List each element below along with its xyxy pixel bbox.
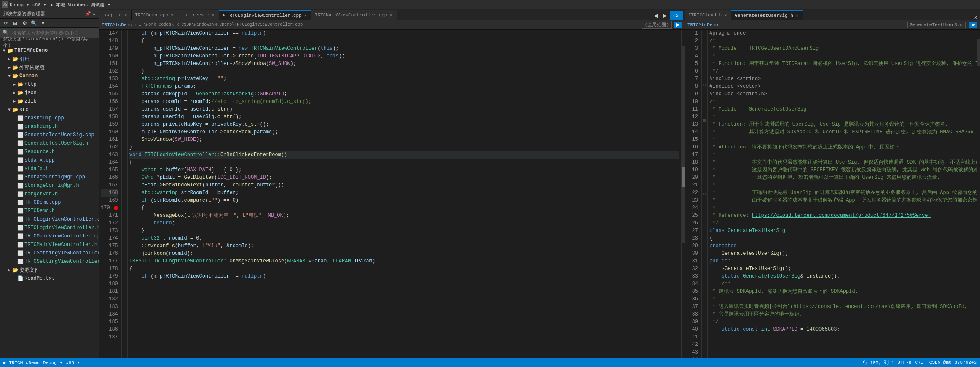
- tree-item-settingvc-h[interactable]: ⬜ TRTCSettingViewController.h: [0, 257, 99, 266]
- sidebar-close-icon[interactable]: ✕: [92, 11, 95, 16]
- sidebar-tree: ▼ 📁 TRTCMfcDemo ▶ 📂 引用 ▶ 📂 外部依赖项 ▼ 📂 Com…: [0, 46, 99, 358]
- right-scroll-thumb: [977, 39, 980, 65]
- tree-item-readme[interactable]: 📄 ReadMe.txt: [0, 274, 99, 283]
- tab-scroll-left[interactable]: ◀: [651, 11, 660, 20]
- code-line-156: params.sdkAppId = GenerateTestUserSig::S…: [129, 90, 679, 98]
- tree-item-loginvc-cpp[interactable]: ⬜ TRTCLoginViewController.cpp: [0, 215, 99, 224]
- tree-item-storagecfg-h[interactable]: ⬜ StorageConfigMgr.h: [0, 181, 99, 190]
- common-label: Common: [19, 73, 38, 79]
- tree-item-mainvc-cpp[interactable]: ⬜ TRTCMainViewController.cpp: [0, 232, 99, 240]
- tree-item-external[interactable]: ▶ 📂 外部依赖项: [0, 63, 99, 72]
- tree-item-common[interactable]: ▼ 📂 Common ←: [0, 72, 99, 80]
- cpp4-icon: ⬜: [17, 174, 24, 181]
- tree-item-http[interactable]: ▶ 📂 http: [0, 80, 99, 89]
- tree-item-stdafx-cpp[interactable]: ⬜ stdafx.cpp: [0, 156, 99, 165]
- tab-ioapi[interactable]: ioapi.c ✕: [99, 10, 132, 20]
- rcode-15: *: [709, 113, 975, 121]
- code-line-160: params.privateMapKey = privateKey.c_str(…: [129, 121, 679, 128]
- tree-item-crashdump-h[interactable]: ⬜ crashdump.h: [0, 122, 99, 131]
- code-line-169: {: [129, 159, 679, 166]
- zlib-label: zlib: [24, 98, 37, 104]
- tree-item-targetver-h[interactable]: ⬜ targetver.h: [0, 190, 99, 198]
- sidebar-pin-icon[interactable]: 📌: [85, 11, 91, 16]
- tree-item-json[interactable]: ▶ 📂 json: [0, 89, 99, 97]
- tree-item-crashdump-cpp[interactable]: ⬜ crashdump.cpp: [0, 114, 99, 122]
- right-tab-itrtccloud[interactable]: ITRTCCloud.h ✕: [685, 10, 731, 20]
- code-line-159: params.userSig = userSig.c_str();: [129, 113, 679, 121]
- trtcdemo-h-label: TRTCDemo.h: [24, 208, 55, 214]
- tree-item-stdafx-h[interactable]: ⬜ stdafx.h: [0, 165, 99, 173]
- tab-mainvc-close[interactable]: ✕: [389, 12, 393, 18]
- right-tab-generatetest-close[interactable]: ✕: [795, 13, 799, 19]
- txt-icon: 📄: [17, 275, 24, 282]
- h8-icon: ⬜: [17, 225, 24, 231]
- rcode-43: * 它是腾讯云用于区分客户的唯一标识.: [709, 310, 975, 318]
- right-tab-close-all[interactable]: ✕: [971, 15, 980, 20]
- storagecfg-cpp-label: StorageConfigMgr.cpp: [24, 174, 85, 180]
- tree-item-src[interactable]: ▼ 📂 src: [0, 105, 99, 114]
- sidebar-collapse-btn[interactable]: ⊟: [11, 19, 19, 27]
- tree-item-storagecfg-cpp[interactable]: ⬜ StorageConfigMgr.cpp: [0, 173, 99, 181]
- sidebar-filter-btn[interactable]: 🔍: [30, 19, 38, 27]
- rcode-44: */: [709, 318, 975, 326]
- common-icon: 📂: [12, 73, 19, 79]
- tab-trtcdemo[interactable]: TRTCDemo.cpp ✕: [132, 10, 178, 20]
- right-scope-selector[interactable]: GenerateTestUserSig: [907, 22, 966, 28]
- tab-ioapi-close[interactable]: ✕: [124, 12, 128, 18]
- tree-item-generatetest-h[interactable]: ⬜ GenerateTestUserSig.h: [0, 139, 99, 148]
- left-code-content[interactable]: if (m_pTRTCMainViewController == nullptr…: [128, 30, 681, 358]
- rcode-31: class GenerateTestUserSig: [709, 227, 975, 235]
- rcode-26: * 由于破解服务器的成本要高于破解客户端 App, 所以服务器计算的方案能够更好…: [709, 197, 975, 204]
- readme-label: ReadMe.txt: [24, 275, 55, 281]
- tab-loginvc-close[interactable]: ✕: [303, 13, 308, 19]
- code-line-170: wchar_t buffer[MAX_PATH] = { 0 };: [129, 166, 679, 174]
- right-nav-go-btn[interactable]: ▶: [969, 22, 977, 28]
- loginvc-h-label: TRTCLoginViewController.h: [24, 225, 99, 231]
- nav-go-btn[interactable]: ▶: [674, 22, 682, 28]
- right-collapse2[interactable]: ⊟: [702, 118, 707, 123]
- sidebar-props-btn[interactable]: ⚙: [20, 19, 29, 27]
- code-line-183: joinRoom(roomId);: [129, 250, 679, 257]
- tree-item-trtcdemo-h[interactable]: ⬜ TRTCDemo.h: [0, 207, 99, 215]
- tab-trtcdemo-close[interactable]: ✕: [170, 12, 174, 18]
- search-input[interactable]: [11, 30, 96, 36]
- sidebar-title: 解决方案资源管理器: [3, 11, 45, 17]
- right-tab-itrtccloud-close[interactable]: ✕: [723, 12, 728, 18]
- code-line-171: CWnd *pEdit = GetDlgItem(IDC_EDIT_ROOM_I…: [129, 174, 679, 181]
- sidebar-more-btn[interactable]: ▾: [39, 19, 47, 27]
- tree-item-resource-h[interactable]: ⬜ Resource.h: [0, 148, 99, 156]
- sidebar-sync-btn[interactable]: ⟳: [2, 19, 10, 27]
- tab-loginvc[interactable]: ● TRTCLoginViewController.cpp ✕: [219, 10, 311, 20]
- generatetest-cpp-label: GenerateTestUserSig.cpp: [24, 132, 94, 138]
- right-code-content[interactable]: #pragma once /* * Module: TRTCGetUserIDA…: [708, 30, 977, 358]
- scope-selector[interactable]: (全局范围): [642, 21, 672, 29]
- tree-item-mainvc-h[interactable]: ⬜ TRTCMainViewController.h: [0, 240, 99, 249]
- title-bar-text: Debug ▾: [10, 2, 29, 8]
- right-collapse1[interactable]: ⊟: [702, 83, 707, 88]
- tree-item-resources[interactable]: ▶ 📂 资源文件: [0, 266, 99, 274]
- tab-scroll-right[interactable]: ▶: [660, 11, 669, 20]
- loginvc-cpp-label: TRTCLoginViewController.cpp: [24, 216, 99, 222]
- tab-inftrees[interactable]: inftrees.c ✕: [178, 10, 219, 20]
- tab-mainvc[interactable]: TRTCMainViewController.cpp ✕: [311, 10, 397, 20]
- tree-item-ref[interactable]: ▶ 📂 引用: [0, 55, 99, 63]
- go-button[interactable]: Go: [670, 11, 683, 20]
- rcode-16: * Function: 用于生成测试用的 UserSig, UserSig 是腾…: [709, 121, 975, 128]
- rcode-42: * 进入腾讯云实时音视频[控制台](https://console.tencen…: [709, 303, 975, 310]
- tree-item-trtcdemo-cpp[interactable]: ⬜ TRTCDemo.cpp: [0, 198, 99, 207]
- right-scrollbar[interactable]: [977, 30, 980, 358]
- tab-inftrees-close[interactable]: ✕: [211, 12, 215, 18]
- tree-item-project[interactable]: ▼ 📁 TRTCMfcDemo: [0, 46, 99, 55]
- right-tab-generatetest[interactable]: GenerateTestUserSig.h ✕: [731, 10, 803, 20]
- tree-item-generatetest-cpp[interactable]: ⬜ GenerateTestUserSig.cpp: [0, 131, 99, 139]
- left-scrollbar[interactable]: [681, 30, 685, 358]
- tree-item-settingvc-cpp[interactable]: ⬜ TRTCSettingViewController.cpp: [0, 249, 99, 257]
- status-user: CSDN @m0_37876242: [929, 360, 977, 365]
- code-line-185: LRESULT TRTCLoginViewController::OnMsgMa…: [129, 257, 679, 265]
- tree-item-loginvc-h[interactable]: ⬜ TRTCLoginViewController.h: [0, 224, 99, 232]
- h5-icon: ⬜: [17, 183, 24, 189]
- tree-item-zlib[interactable]: ▶ 📂 zlib: [0, 97, 99, 105]
- right-path-bar: TRTCMfcDemo GenerateTestUserSig ▶: [685, 20, 980, 30]
- code-line-162: m_pTRTCMainViewController->enterRoom(par…: [129, 128, 679, 136]
- right-collapse3[interactable]: ⊟: [702, 192, 707, 197]
